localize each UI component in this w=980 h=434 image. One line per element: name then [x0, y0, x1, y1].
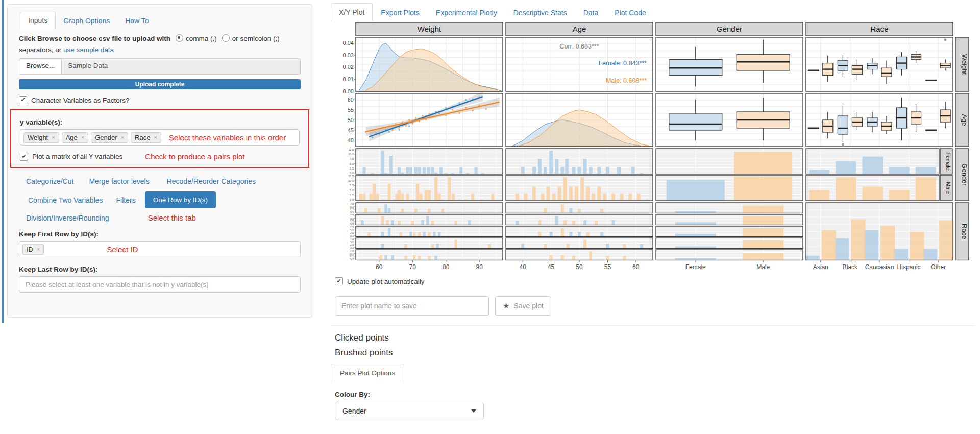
upload-progress-bar: Upload complete — [19, 79, 301, 89]
update-plot-label: Update plot automatically — [347, 278, 425, 285]
upload-instructions-text: Click Browse to choose csv file to uploa… — [19, 35, 170, 42]
tag-gender-label: Gender — [95, 134, 117, 141]
svg-text:55: 55 — [348, 107, 354, 113]
keep-first-input[interactable]: ID× Select ID — [19, 241, 301, 257]
svg-text:Age: Age — [961, 114, 968, 126]
keep-first-label: Keep First Row by ID(s): — [19, 230, 301, 238]
use-sample-data-link[interactable]: use sample data — [63, 46, 114, 54]
svg-text:Male: Male — [945, 182, 951, 194]
save-plot-button[interactable]: ★ Save plot — [495, 296, 551, 316]
svg-text:50: 50 — [576, 263, 583, 271]
svg-text:0.04: 0.04 — [343, 40, 354, 46]
tab-plot-code[interactable]: Plot Code — [606, 4, 654, 21]
tab-experimental-plotly[interactable]: Experimental Plotly — [428, 4, 505, 21]
svg-text:Female: Female — [945, 152, 951, 170]
svg-text:Weight: Weight — [961, 54, 968, 75]
tag-age-remove-icon[interactable]: × — [81, 134, 84, 140]
svg-text:5.0: 5.0 — [350, 162, 354, 165]
matrix-checkbox[interactable]: ✔ — [20, 153, 28, 161]
tag-id-remove-icon[interactable]: × — [37, 246, 40, 252]
svg-text:60: 60 — [348, 97, 354, 103]
tag-weight[interactable]: Weight× — [23, 132, 59, 143]
plot-name-input[interactable]: Enter plot name to save — [335, 296, 489, 316]
radio-semicolon[interactable] — [222, 34, 230, 42]
tab-combine-two-variables[interactable]: Combine Two Variables — [28, 196, 103, 204]
tag-age[interactable]: Age× — [62, 132, 89, 143]
svg-text:5.0: 5.0 — [350, 189, 354, 192]
tab-merge-factor-levels[interactable]: Merge factor levels — [89, 177, 149, 185]
svg-text:7.5: 7.5 — [350, 157, 354, 160]
tag-gender[interactable]: Gender× — [91, 132, 128, 143]
browse-button[interactable]: Browse... — [19, 58, 62, 75]
tag-race[interactable]: Race× — [131, 132, 161, 143]
tab-division-inverse-rounding[interactable]: Division/Inverse/Rounding — [26, 214, 109, 222]
annotation-select-id: Select ID — [107, 245, 138, 254]
svg-text:12.5: 12.5 — [348, 148, 354, 151]
factors-checkbox[interactable]: ✔ — [19, 96, 27, 104]
separators-text: separators, or — [19, 46, 61, 54]
divider — [331, 325, 975, 326]
star-icon: ★ — [503, 301, 509, 310]
tab-filters[interactable]: Filters — [116, 196, 136, 204]
svg-text:Race: Race — [870, 25, 888, 33]
chevron-down-icon — [471, 409, 476, 413]
tag-id[interactable]: ID× — [22, 244, 44, 255]
svg-text:45: 45 — [348, 127, 354, 133]
tag-id-label: ID — [27, 246, 33, 253]
tag-weight-remove-icon[interactable]: × — [52, 134, 55, 140]
tab-categorize-cut[interactable]: Categorize/Cut — [26, 177, 74, 185]
svg-text:2.5: 2.5 — [350, 194, 354, 197]
tag-gender-remove-icon[interactable]: × — [121, 134, 124, 140]
annotation-select-this-tab: Select this tab — [148, 213, 196, 222]
update-plot-row: ✔ Update plot automatically — [335, 277, 425, 285]
tab-xy-plot[interactable]: X/Y Plot — [331, 3, 373, 21]
tab-recode-reorder[interactable]: Recode/Reorder Categories — [167, 177, 256, 185]
svg-text:Weight: Weight — [418, 25, 442, 33]
colour-by-value: Gender — [342, 407, 366, 415]
tab-data[interactable]: Data — [575, 4, 607, 21]
factors-checkbox-row: ✔ Character Variables as Factors? — [19, 96, 301, 104]
file-name-field[interactable]: Sample Data — [62, 58, 301, 75]
matrix-checkbox-label: Plot a matrix of all Y variables — [32, 153, 122, 160]
brushed-points-heading: Brushed points — [335, 348, 393, 358]
colour-by-select[interactable]: Gender — [335, 402, 484, 420]
svg-text:Hispanic: Hispanic — [897, 263, 921, 271]
svg-text:Other: Other — [930, 263, 946, 271]
y-variables-input[interactable]: Weight× Age× Gender× Race× Select these … — [20, 129, 300, 146]
svg-text:2.5: 2.5 — [350, 167, 354, 170]
save-plot-label: Save plot — [513, 302, 543, 310]
svg-text:Corr: 0.683***: Corr: 0.683*** — [559, 43, 599, 50]
svg-text:Male: 0.608***: Male: 0.608*** — [606, 77, 647, 84]
keep-last-input[interactable]: Please select at least one variable that… — [19, 276, 301, 293]
matrix-checkbox-row: ✔ Plot a matrix of all Y variables Check… — [20, 152, 300, 161]
y-variables-label: y variable(s): — [20, 118, 300, 126]
update-plot-checkbox[interactable]: ✔ — [335, 277, 343, 285]
tag-race-remove-icon[interactable]: × — [154, 134, 157, 140]
svg-text:50: 50 — [348, 117, 354, 123]
tab-descriptive-stats[interactable]: Descriptive Stats — [505, 4, 575, 21]
tab-export-plots[interactable]: Export Plots — [373, 4, 427, 21]
svg-text:10.0: 10.0 — [348, 153, 354, 156]
svg-text:80: 80 — [443, 263, 450, 271]
sidebar-tabbar: Inputs Graph Options How To — [20, 12, 301, 29]
clicked-points-heading: Clicked points — [335, 333, 389, 343]
factors-checkbox-label: Character Variables as Factors? — [31, 97, 130, 104]
tab-one-row-by-ids[interactable]: One Row by ID(s) — [145, 191, 216, 208]
tab-pairs-plot-options[interactable]: Pairs Plot Options — [331, 364, 404, 382]
keep-last-label: Keep Last Row by ID(s): — [19, 266, 301, 273]
tab-graph-options[interactable]: Graph Options — [56, 13, 117, 29]
svg-text:Female: 0.843***: Female: 0.843*** — [598, 60, 647, 67]
svg-text:0.0: 0.0 — [350, 246, 354, 249]
svg-text:40: 40 — [348, 137, 354, 143]
svg-text:0.0: 0.0 — [350, 211, 354, 214]
svg-text:12.5: 12.5 — [348, 175, 354, 178]
tab-inputs[interactable]: Inputs — [20, 12, 56, 29]
radio-comma[interactable] — [176, 34, 183, 42]
tag-age-label: Age — [66, 134, 78, 141]
svg-text:0.0: 0.0 — [350, 198, 354, 201]
svg-text:Black: Black — [843, 263, 858, 271]
pairs-plot[interactable]: WeightAgeGenderRaceWeightAgeGenderRaceFe… — [331, 20, 975, 276]
window-edge-highlight — [2, 0, 4, 323]
tab-how-to[interactable]: How To — [117, 13, 156, 29]
svg-text:Gender: Gender — [961, 163, 968, 186]
